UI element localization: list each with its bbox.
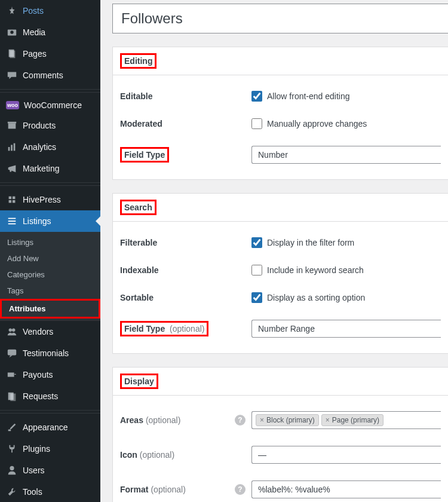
sidebar-item-label: Tools: [23, 487, 42, 497]
tag-remove-icon[interactable]: ×: [326, 416, 330, 424]
request-icon: [6, 390, 18, 402]
sidebar-item-media[interactable]: Media: [0, 22, 100, 43]
sidebar-submenu-listings: Listings Add New Categories Tags Attribu…: [0, 232, 100, 321]
sidebar-item-appearance[interactable]: Appearance: [0, 417, 100, 438]
sidebar-item-vendors[interactable]: Vendors: [0, 321, 100, 342]
row-search-field-type: Field Type (optional): [120, 311, 441, 346]
sidebar-item-woocommerce[interactable]: woo WooCommerce: [0, 96, 100, 115]
label-sortable: Sortable: [120, 293, 154, 302]
chart-icon: [6, 141, 18, 153]
svg-rect-12: [13, 200, 16, 203]
sidebar-item-comments[interactable]: Comments: [0, 65, 100, 86]
sidebar-item-payouts[interactable]: Payouts: [0, 364, 100, 385]
svg-rect-9: [9, 197, 12, 200]
row-icon: Icon (optional): [120, 437, 441, 472]
admin-sidebar: Posts Media Pages Comments woo WooCommer…: [0, 0, 100, 502]
svg-rect-13: [8, 218, 16, 219]
svg-rect-22: [8, 430, 11, 431]
svg-rect-21: [10, 394, 16, 402]
sidebar-item-plugins[interactable]: Plugins: [0, 438, 100, 460]
svg-rect-14: [8, 221, 16, 222]
sidebar-item-requests[interactable]: Requests: [0, 385, 100, 407]
panel-search: Search Filterable Display in the filter …: [112, 193, 448, 354]
testimonial-icon: [6, 347, 18, 359]
hive-icon: [6, 194, 18, 206]
areas-tags-input[interactable]: ×Block (primary) ×Page (primary): [251, 411, 441, 429]
checkbox-editable[interactable]: [251, 91, 262, 102]
label-areas: Areas: [120, 415, 143, 425]
submenu-item-attributes[interactable]: Attributes: [0, 299, 100, 319]
select-icon[interactable]: [251, 446, 441, 464]
checkbox-sortable[interactable]: [251, 292, 262, 303]
row-sortable: Sortable Display as a sorting option: [120, 284, 441, 311]
attribute-title-input[interactable]: [112, 4, 448, 33]
page-icon: [6, 48, 18, 60]
select-editing-field-type[interactable]: [251, 146, 441, 164]
comment-icon: [6, 69, 18, 81]
archive-icon: [6, 120, 18, 131]
checkbox-indexable[interactable]: [251, 265, 262, 276]
sidebar-item-tools[interactable]: Tools: [0, 481, 100, 502]
submenu-item-tags[interactable]: Tags: [0, 283, 100, 299]
sidebar-item-label: Analytics: [23, 142, 56, 152]
panel-heading: Display: [120, 374, 158, 389]
sidebar-item-label: Users: [23, 466, 45, 475]
svg-rect-6: [8, 147, 10, 151]
svg-rect-3: [10, 51, 15, 59]
submenu-item-listings[interactable]: Listings: [0, 234, 100, 250]
sidebar-item-posts[interactable]: Posts: [0, 0, 100, 22]
brush-icon: [6, 421, 18, 433]
svg-rect-11: [9, 200, 12, 203]
row-format: Format (optional) ?: [120, 472, 441, 502]
svg-rect-5: [8, 122, 16, 124]
sidebar-item-testimonials[interactable]: Testimonials: [0, 342, 100, 364]
list-icon: [6, 215, 18, 227]
sidebar-item-users[interactable]: Users: [0, 460, 100, 481]
sidebar-item-analytics[interactable]: Analytics: [0, 136, 100, 158]
sidebar-item-label: Media: [23, 27, 45, 37]
select-search-field-type[interactable]: [251, 320, 441, 338]
sidebar-item-listings[interactable]: Listings: [0, 210, 100, 232]
tag-block-primary: ×Block (primary): [256, 414, 319, 426]
row-editable: Editable Allow front-end editing: [120, 82, 441, 110]
row-moderated: Moderated Manually approve changes: [120, 110, 441, 137]
panel-editing: Editing Editable Allow front-end editing…: [112, 47, 448, 180]
label-moderated: Moderated: [120, 119, 162, 128]
svg-point-16: [9, 329, 12, 332]
help-icon[interactable]: ?: [235, 484, 246, 495]
checkbox-moderated[interactable]: [251, 118, 262, 129]
sidebar-item-label: Marketing: [23, 164, 59, 173]
panel-header-display: Display: [113, 368, 448, 396]
woo-icon: woo: [6, 101, 19, 109]
sidebar-item-label: Vendors: [23, 327, 53, 336]
sidebar-item-label: Payouts: [23, 370, 53, 379]
menu-separator: [0, 89, 100, 93]
sidebar-item-label: Products: [23, 121, 56, 130]
checkbox-label-filterable: Display in the filter form: [267, 238, 354, 247]
sidebar-item-hivepress[interactable]: HivePress: [0, 189, 100, 210]
sidebar-item-pages[interactable]: Pages: [0, 43, 100, 65]
panel-display: Display Areas (optional) ? ×Block (prima…: [112, 367, 448, 502]
label-filterable: Filterable: [120, 238, 157, 247]
sidebar-item-label: Requests: [23, 391, 58, 401]
svg-point-1: [10, 30, 13, 33]
label-editable: Editable: [120, 91, 152, 101]
submenu-item-categories[interactable]: Categories: [0, 267, 100, 283]
sidebar-item-label: Testimonials: [23, 348, 69, 358]
row-indexable: Indexable Include in keyword search: [120, 256, 441, 284]
checkbox-filterable[interactable]: [251, 237, 262, 248]
input-format[interactable]: [251, 480, 441, 498]
sidebar-item-marketing[interactable]: Marketing: [0, 158, 100, 179]
label-format: Format: [120, 485, 148, 494]
pin-icon: [6, 5, 18, 17]
checkbox-label-editable: Allow front-end editing: [267, 91, 350, 101]
panel-header-editing: Editing: [113, 47, 448, 75]
submenu-item-add-new[interactable]: Add New: [0, 250, 100, 267]
tag-page-primary: ×Page (primary): [321, 414, 383, 426]
sidebar-item-products[interactable]: Products: [0, 115, 100, 136]
camera-icon: [6, 26, 18, 38]
megaphone-icon: [6, 163, 18, 175]
tag-remove-icon[interactable]: ×: [260, 416, 264, 424]
plug-icon: [6, 443, 18, 455]
help-icon[interactable]: ?: [235, 415, 246, 426]
